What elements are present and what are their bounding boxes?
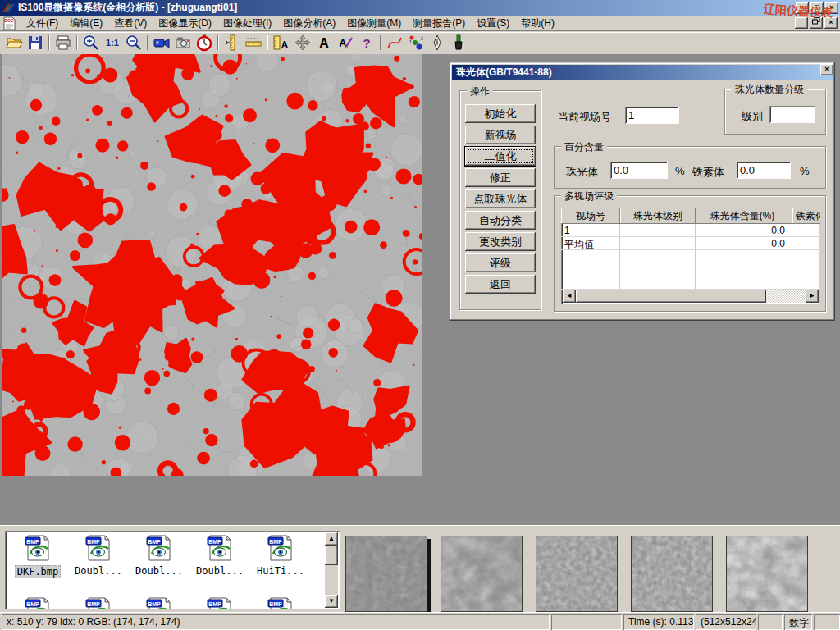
file-item[interactable]: BMP Doubl... — [129, 534, 189, 596]
multi-field-group: 多视场评级 视场号 珠光体级别 珠光体含量(%) 铁素体含量(%) 1 0.0 … — [554, 195, 826, 312]
close-button[interactable]: × — [825, 2, 838, 14]
scroll-down-icon[interactable]: ▼ — [325, 595, 338, 608]
change-class-button[interactable]: 更改类别 — [465, 232, 536, 251]
file-item-partial[interactable]: BMP — [129, 596, 189, 609]
zoom-in-button[interactable] — [80, 34, 102, 52]
file-browser[interactable]: BMP DKF.bmp BMP Doubl... BMP — [5, 531, 340, 609]
cell-level — [620, 237, 696, 249]
count-points-button[interactable]: 13 — [405, 34, 427, 52]
thumbnail-5[interactable] — [726, 536, 808, 612]
move-button[interactable] — [292, 34, 313, 52]
menu-image-analysis[interactable]: 图像分析(A) — [277, 16, 341, 31]
print-button[interactable] — [52, 34, 74, 52]
file-item[interactable]: BMP DKF.bmp — [7, 534, 68, 596]
scroll-right-icon[interactable]: ► — [806, 290, 819, 303]
table-row[interactable]: 平均值 0.0 — [561, 237, 820, 250]
save-button[interactable] — [25, 34, 46, 52]
table-header-row: 视场号 珠光体级别 珠光体含量(%) 铁素体含量(%) — [561, 208, 820, 224]
file-label: Doubl... — [194, 565, 245, 577]
grading-group: 珠光体数量分级 级别 — [724, 89, 826, 135]
menu-image-process[interactable]: 图像处理(I) — [217, 16, 277, 31]
menu-view[interactable]: 查看(V) — [108, 16, 153, 31]
menu-measure-report[interactable]: 测量报告(P) — [407, 16, 471, 31]
current-field-input[interactable] — [625, 107, 679, 124]
svg-text:BMP: BMP — [26, 601, 39, 607]
pen-icon — [428, 34, 446, 52]
scroll-left-icon[interactable]: ◄ — [563, 290, 576, 303]
menu-help[interactable]: 帮助(H) — [515, 16, 560, 31]
file-item[interactable]: BMP HuiTi... — [250, 534, 311, 596]
ferrite-input[interactable] — [737, 162, 791, 179]
caliper-button[interactable] — [221, 34, 243, 52]
menu-edit[interactable]: 编辑(E) — [64, 16, 108, 31]
camera-capture-button[interactable] — [172, 34, 194, 52]
brush-tool-button[interactable] — [448, 34, 469, 52]
mdi-minimize-button[interactable]: _ — [795, 17, 808, 29]
new-field-button[interactable]: 新视场 — [465, 126, 536, 144]
file-item-partial[interactable]: BMP — [250, 596, 311, 609]
zoom-out-button[interactable] — [123, 34, 144, 52]
minimize-button[interactable]: _ — [796, 2, 809, 14]
menu-image-measure[interactable]: 图像测量(M) — [341, 16, 407, 31]
micrograph-image[interactable] — [2, 54, 422, 476]
bmp-file-icon: BMP — [84, 534, 112, 564]
dialog-close-button[interactable]: × — [820, 64, 833, 75]
menu-image-display[interactable]: 图像显示(D) — [153, 16, 217, 31]
mdi-restore-button[interactable] — [810, 17, 823, 29]
ruler-button[interactable] — [243, 34, 264, 52]
table-row[interactable]: 1 0.0 — [561, 224, 820, 237]
thumbnail-1[interactable] — [345, 536, 427, 612]
binarize-button[interactable]: 二值化 — [465, 147, 536, 166]
file-item-partial[interactable]: BMP — [68, 596, 129, 609]
text-edit-button[interactable]: A — [335, 34, 356, 52]
toolbar-separator — [267, 35, 268, 50]
menu-file[interactable]: 文件(F) — [21, 16, 64, 31]
bmp-file-icon: BMP — [206, 534, 234, 564]
file-vertical-scrollbar[interactable]: ▲ ▼ — [325, 532, 338, 608]
svg-text:BMP: BMP — [26, 539, 39, 545]
video-camera-icon — [153, 34, 171, 52]
thumbnail-4[interactable] — [631, 536, 713, 612]
svg-text:3: 3 — [421, 36, 423, 41]
open-button[interactable] — [3, 34, 25, 52]
return-button[interactable]: 返回 — [465, 275, 536, 294]
document-icon[interactable]: DOC — [2, 16, 17, 30]
file-label: DKF.bmp — [15, 565, 62, 578]
curve-icon — [386, 34, 404, 52]
table-horizontal-scrollbar[interactable]: ◄ ► — [563, 290, 819, 303]
text-a-icon: A — [315, 34, 333, 52]
init-button[interactable]: 初始化 — [465, 104, 536, 123]
scroll-up-icon[interactable]: ▲ — [325, 532, 338, 546]
scrollbar-thumb[interactable] — [576, 290, 766, 303]
file-item-partial[interactable]: BMP — [7, 596, 68, 609]
scrollbar-thumb[interactable] — [325, 546, 338, 565]
level-input[interactable] — [769, 106, 815, 123]
thumbnail-2[interactable] — [441, 536, 523, 612]
file-item-partial[interactable]: BMP — [189, 596, 250, 609]
pen-tool-button[interactable] — [427, 34, 448, 52]
caliper-icon — [223, 34, 241, 52]
thumbnail-3[interactable] — [536, 536, 618, 612]
curve-tool-button[interactable] — [384, 34, 405, 52]
mdi-close-button[interactable]: × — [824, 17, 838, 29]
print-icon — [54, 34, 72, 52]
help-button[interactable]: ? — [356, 34, 377, 52]
rating-table[interactable]: 视场号 珠光体级别 珠光体含量(%) 铁素体含量(%) 1 0.0 平均值 0.… — [561, 208, 820, 304]
rate-button[interactable]: 评级 — [465, 253, 536, 272]
file-item[interactable]: BMP Doubl... — [189, 534, 250, 596]
auto-classify-button[interactable]: 自动分类 — [465, 211, 536, 230]
pick-pearlite-button[interactable]: 点取珠光体 — [465, 189, 536, 208]
file-item[interactable]: BMP Doubl... — [68, 534, 129, 596]
measure-text-button[interactable]: A — [271, 34, 292, 52]
menu-settings[interactable]: 设置(S) — [471, 16, 515, 31]
maximize-button[interactable]: □ — [810, 2, 824, 14]
text-button[interactable]: A — [313, 34, 335, 52]
one-to-one-button[interactable]: 1:1 — [102, 34, 123, 52]
correct-button[interactable]: 修正 — [465, 168, 536, 187]
timer-button[interactable] — [194, 34, 215, 52]
pearlite-input[interactable] — [610, 162, 668, 179]
file-label: Doubl... — [134, 565, 185, 577]
app-icon — [2, 2, 15, 14]
video-capture-button[interactable] — [151, 34, 172, 52]
scrollbar-track[interactable] — [766, 290, 806, 303]
